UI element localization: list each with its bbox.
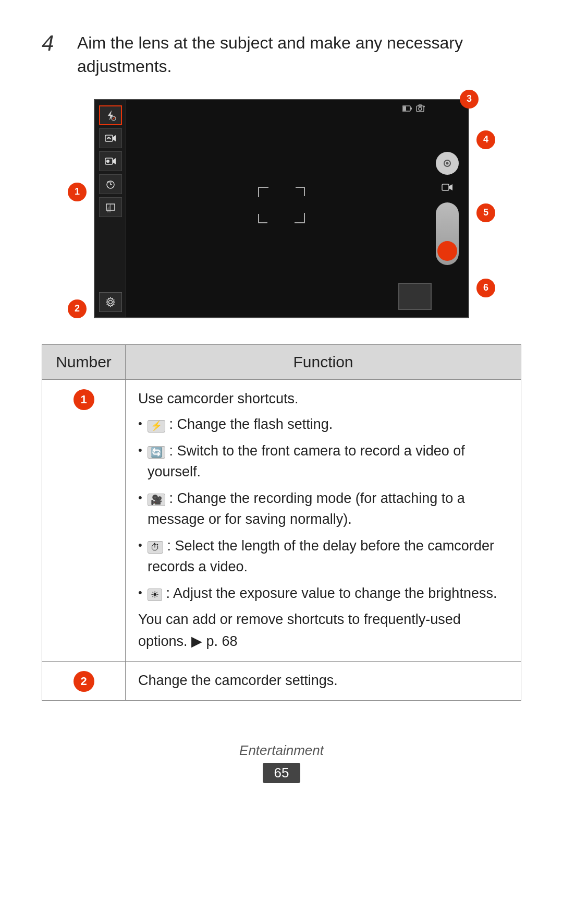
callout-1: 1 <box>68 183 87 201</box>
svg-rect-18 <box>410 107 412 110</box>
svg-marker-6 <box>113 158 116 164</box>
svg-marker-14 <box>106 204 111 210</box>
front-cam-badge: 🔄 <box>148 446 165 459</box>
camera-screen: OFF 0.0 <box>94 99 469 318</box>
sidebar-icons: OFF 0.0 <box>95 100 126 317</box>
timer-icon: OFF <box>99 174 122 194</box>
footer-category: Entertainment <box>42 742 521 759</box>
svg-marker-4 <box>113 135 116 141</box>
camera-switch-button[interactable] <box>436 152 459 175</box>
timer-badge: ⏱ <box>148 541 163 554</box>
thumbnail-preview <box>398 283 432 310</box>
record-slider[interactable] <box>436 202 459 265</box>
row1-number: 1 <box>42 379 126 662</box>
callout-3: 3 <box>460 90 479 109</box>
row1-bullets: • ⚡ : Change the flash setting. • 🔄 : Sw… <box>138 414 508 604</box>
exposure-badge: ☀ <box>148 589 162 601</box>
svg-point-7 <box>106 160 109 163</box>
flash-badge: ⚡ <box>148 420 165 433</box>
row1-footer: You can add or remove shortcuts to frequ… <box>138 611 461 649</box>
table-header-row: Number Function <box>42 344 521 379</box>
exposure-icon: 0.0 <box>99 197 122 217</box>
svg-marker-27 <box>449 184 452 190</box>
focus-bracket-bl <box>258 214 267 223</box>
svg-point-21 <box>419 107 422 110</box>
video-mode-icon <box>442 183 453 194</box>
svg-marker-0 <box>108 111 113 120</box>
svg-rect-19 <box>403 106 406 111</box>
step-header: 4 Aim the lens at the subject and make a… <box>42 31 521 78</box>
svg-line-2 <box>113 117 115 119</box>
row2-function: Change the camcorder settings. <box>126 662 521 701</box>
record-button[interactable] <box>437 241 457 261</box>
callout-5: 5 <box>476 203 495 222</box>
flash-icon <box>99 105 122 125</box>
top-indicator <box>402 104 426 114</box>
col-function-header: Function <box>126 344 521 379</box>
page-number: 65 <box>263 763 301 783</box>
focus-bracket <box>258 187 305 223</box>
svg-text:OFF: OFF <box>107 181 112 184</box>
callout-badge-2: 2 <box>74 671 94 692</box>
front-camera-icon <box>99 128 122 148</box>
settings-icon <box>99 292 122 312</box>
bullet-front-camera: • 🔄 : Switch to the front camera to reco… <box>138 440 508 483</box>
callout-2: 2 <box>68 299 87 318</box>
callout-badge-1: 1 <box>74 389 94 410</box>
callout-4: 4 <box>476 130 495 149</box>
step-number: 4 <box>42 31 68 55</box>
step-text: Aim the lens at the subject and make any… <box>77 31 521 78</box>
callout-6: 6 <box>476 279 495 297</box>
right-controls <box>436 100 459 317</box>
svg-rect-3 <box>105 135 113 141</box>
recording-mode-icon <box>99 151 122 171</box>
bullet-recording-mode: • 🎥 : Change the recording mode (for att… <box>138 488 508 530</box>
table-row-1: 1 Use camcorder shortcuts. • ⚡ : Change … <box>42 379 521 662</box>
svg-text:0.0: 0.0 <box>107 210 111 212</box>
battery-icon <box>402 105 412 113</box>
table-row-2: 2 Change the camcorder settings. <box>42 662 521 701</box>
row2-number: 2 <box>42 662 126 701</box>
row1-intro: Use camcorder shortcuts. <box>138 391 299 406</box>
camera-container: 3 1 2 4 5 6 <box>94 99 469 318</box>
svg-point-25 <box>446 162 449 165</box>
function-table: Number Function 1 Use camcorder shortcut… <box>42 344 521 701</box>
svg-rect-26 <box>442 184 449 190</box>
focus-bracket-tr <box>296 187 305 196</box>
col-number-header: Number <box>42 344 126 379</box>
bullet-exposure: • ☀ : Adjust the exposure value to chang… <box>138 583 508 604</box>
bullet-flash: • ⚡ : Change the flash setting. <box>138 414 508 435</box>
row1-function: Use camcorder shortcuts. • ⚡ : Change th… <box>126 379 521 662</box>
svg-point-16 <box>109 300 113 304</box>
svg-point-23 <box>423 105 425 107</box>
bullet-timer: • ⏱ : Select the length of the delay bef… <box>138 535 508 578</box>
rec-mode-badge: 🎥 <box>148 494 165 506</box>
camera-mode-icon <box>416 104 426 114</box>
footer: Entertainment 65 <box>42 742 521 783</box>
